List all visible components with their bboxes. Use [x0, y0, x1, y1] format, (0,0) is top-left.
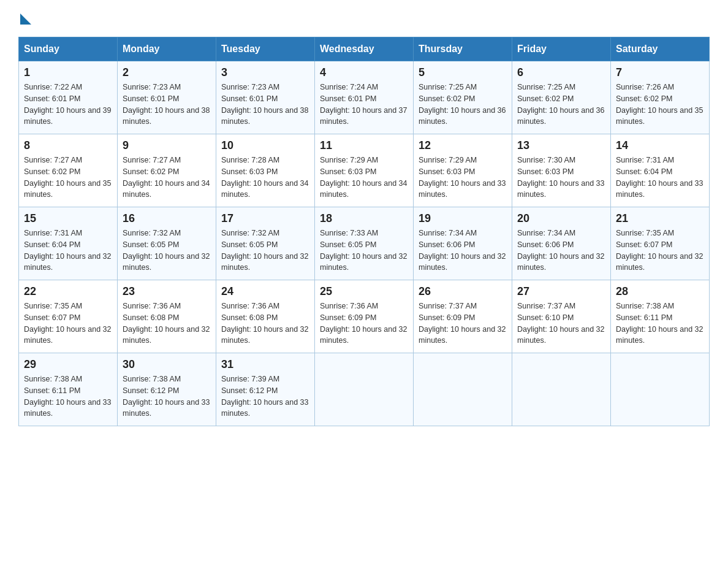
day-info: Sunrise: 7:25 AMSunset: 6:02 PMDaylight:… — [419, 82, 507, 128]
calendar-header-saturday: Saturday — [611, 37, 710, 61]
day-info: Sunrise: 7:22 AMSunset: 6:01 PMDaylight:… — [24, 82, 112, 128]
day-info: Sunrise: 7:34 AMSunset: 6:06 PMDaylight:… — [419, 228, 507, 274]
day-number: 5 — [419, 66, 507, 79]
calendar-cell: 31Sunrise: 7:39 AMSunset: 6:12 PMDayligh… — [216, 353, 315, 426]
day-info: Sunrise: 7:26 AMSunset: 6:02 PMDaylight:… — [616, 82, 704, 128]
calendar-cell: 26Sunrise: 7:37 AMSunset: 6:09 PMDayligh… — [414, 280, 512, 353]
day-info: Sunrise: 7:32 AMSunset: 6:05 PMDaylight:… — [123, 228, 211, 274]
calendar-week-row: 22Sunrise: 7:35 AMSunset: 6:07 PMDayligh… — [19, 280, 710, 353]
calendar-cell: 2Sunrise: 7:23 AMSunset: 6:01 PMDaylight… — [118, 61, 216, 134]
day-number: 22 — [24, 285, 112, 298]
calendar-header-monday: Monday — [118, 37, 216, 61]
calendar-week-row: 8Sunrise: 7:27 AMSunset: 6:02 PMDaylight… — [19, 134, 710, 207]
day-number: 7 — [616, 66, 704, 79]
day-info: Sunrise: 7:35 AMSunset: 6:07 PMDaylight:… — [24, 301, 112, 347]
day-number: 21 — [616, 212, 704, 225]
day-info: Sunrise: 7:38 AMSunset: 6:11 PMDaylight:… — [24, 373, 112, 419]
day-info: Sunrise: 7:29 AMSunset: 6:03 PMDaylight:… — [320, 155, 408, 201]
calendar-header-sunday: Sunday — [19, 37, 118, 61]
calendar-cell: 22Sunrise: 7:35 AMSunset: 6:07 PMDayligh… — [19, 280, 118, 353]
calendar-cell: 28Sunrise: 7:38 AMSunset: 6:11 PMDayligh… — [611, 280, 710, 353]
calendar-cell — [315, 353, 414, 426]
day-info: Sunrise: 7:36 AMSunset: 6:08 PMDaylight:… — [123, 301, 211, 347]
day-info: Sunrise: 7:39 AMSunset: 6:12 PMDaylight:… — [221, 373, 309, 419]
day-number: 26 — [419, 285, 507, 298]
day-number: 28 — [616, 285, 704, 298]
calendar-cell: 29Sunrise: 7:38 AMSunset: 6:11 PMDayligh… — [19, 353, 118, 426]
day-number: 18 — [320, 212, 408, 225]
calendar-week-row: 29Sunrise: 7:38 AMSunset: 6:11 PMDayligh… — [19, 353, 710, 426]
day-info: Sunrise: 7:38 AMSunset: 6:11 PMDaylight:… — [616, 301, 704, 347]
day-number: 8 — [24, 139, 112, 152]
day-number: 19 — [419, 212, 507, 225]
calendar-cell: 6Sunrise: 7:25 AMSunset: 6:02 PMDaylight… — [512, 61, 611, 134]
day-number: 4 — [320, 66, 408, 79]
calendar-cell: 7Sunrise: 7:26 AMSunset: 6:02 PMDaylight… — [611, 61, 710, 134]
calendar-cell: 10Sunrise: 7:28 AMSunset: 6:03 PMDayligh… — [216, 134, 315, 207]
calendar-cell: 9Sunrise: 7:27 AMSunset: 6:02 PMDaylight… — [118, 134, 216, 207]
page-header — [18, 12, 710, 25]
calendar-cell — [512, 353, 611, 426]
calendar-cell: 15Sunrise: 7:31 AMSunset: 6:04 PMDayligh… — [19, 207, 118, 280]
day-info: Sunrise: 7:32 AMSunset: 6:05 PMDaylight:… — [221, 228, 309, 274]
calendar-cell: 27Sunrise: 7:37 AMSunset: 6:10 PMDayligh… — [512, 280, 611, 353]
day-info: Sunrise: 7:35 AMSunset: 6:07 PMDaylight:… — [616, 228, 704, 274]
calendar-header-friday: Friday — [512, 37, 611, 61]
calendar-cell: 30Sunrise: 7:38 AMSunset: 6:12 PMDayligh… — [118, 353, 216, 426]
calendar-cell: 11Sunrise: 7:29 AMSunset: 6:03 PMDayligh… — [315, 134, 414, 207]
day-number: 15 — [24, 212, 112, 225]
day-number: 9 — [123, 139, 211, 152]
calendar-header-tuesday: Tuesday — [216, 37, 315, 61]
day-info: Sunrise: 7:29 AMSunset: 6:03 PMDaylight:… — [419, 155, 507, 201]
day-number: 23 — [123, 285, 211, 298]
day-info: Sunrise: 7:24 AMSunset: 6:01 PMDaylight:… — [320, 82, 408, 128]
day-number: 12 — [419, 139, 507, 152]
day-info: Sunrise: 7:36 AMSunset: 6:09 PMDaylight:… — [320, 301, 408, 347]
day-info: Sunrise: 7:33 AMSunset: 6:05 PMDaylight:… — [320, 228, 408, 274]
calendar-cell: 16Sunrise: 7:32 AMSunset: 6:05 PMDayligh… — [118, 207, 216, 280]
calendar-cell — [414, 353, 512, 426]
day-info: Sunrise: 7:37 AMSunset: 6:10 PMDaylight:… — [517, 301, 605, 347]
calendar-cell: 12Sunrise: 7:29 AMSunset: 6:03 PMDayligh… — [414, 134, 512, 207]
day-number: 29 — [24, 358, 112, 371]
day-number: 24 — [221, 285, 309, 298]
day-number: 17 — [221, 212, 309, 225]
calendar-week-row: 15Sunrise: 7:31 AMSunset: 6:04 PMDayligh… — [19, 207, 710, 280]
day-number: 16 — [123, 212, 211, 225]
calendar-cell: 3Sunrise: 7:23 AMSunset: 6:01 PMDaylight… — [216, 61, 315, 134]
day-info: Sunrise: 7:37 AMSunset: 6:09 PMDaylight:… — [419, 301, 507, 347]
day-info: Sunrise: 7:31 AMSunset: 6:04 PMDaylight:… — [616, 155, 704, 201]
day-number: 14 — [616, 139, 704, 152]
day-info: Sunrise: 7:27 AMSunset: 6:02 PMDaylight:… — [123, 155, 211, 201]
calendar-cell: 18Sunrise: 7:33 AMSunset: 6:05 PMDayligh… — [315, 207, 414, 280]
calendar-cell: 1Sunrise: 7:22 AMSunset: 6:01 PMDaylight… — [19, 61, 118, 134]
day-info: Sunrise: 7:23 AMSunset: 6:01 PMDaylight:… — [123, 82, 211, 128]
calendar-week-row: 1Sunrise: 7:22 AMSunset: 6:01 PMDaylight… — [19, 61, 710, 134]
day-number: 13 — [517, 139, 605, 152]
day-info: Sunrise: 7:27 AMSunset: 6:02 PMDaylight:… — [24, 155, 112, 201]
day-number: 11 — [320, 139, 408, 152]
calendar-header-wednesday: Wednesday — [315, 37, 414, 61]
day-info: Sunrise: 7:36 AMSunset: 6:08 PMDaylight:… — [221, 301, 309, 347]
day-info: Sunrise: 7:31 AMSunset: 6:04 PMDaylight:… — [24, 228, 112, 274]
calendar-cell: 14Sunrise: 7:31 AMSunset: 6:04 PMDayligh… — [611, 134, 710, 207]
day-info: Sunrise: 7:25 AMSunset: 6:02 PMDaylight:… — [517, 82, 605, 128]
day-number: 27 — [517, 285, 605, 298]
calendar-cell: 24Sunrise: 7:36 AMSunset: 6:08 PMDayligh… — [216, 280, 315, 353]
calendar-cell: 5Sunrise: 7:25 AMSunset: 6:02 PMDaylight… — [414, 61, 512, 134]
day-number: 1 — [24, 66, 112, 79]
day-info: Sunrise: 7:34 AMSunset: 6:06 PMDaylight:… — [517, 228, 605, 274]
calendar-cell: 17Sunrise: 7:32 AMSunset: 6:05 PMDayligh… — [216, 207, 315, 280]
day-number: 2 — [123, 66, 211, 79]
calendar-cell: 23Sunrise: 7:36 AMSunset: 6:08 PMDayligh… — [118, 280, 216, 353]
day-number: 25 — [320, 285, 408, 298]
calendar-cell: 21Sunrise: 7:35 AMSunset: 6:07 PMDayligh… — [611, 207, 710, 280]
logo-arrow-icon — [20, 13, 31, 25]
logo — [18, 12, 31, 25]
calendar-cell: 25Sunrise: 7:36 AMSunset: 6:09 PMDayligh… — [315, 280, 414, 353]
day-number: 31 — [221, 358, 309, 371]
day-info: Sunrise: 7:38 AMSunset: 6:12 PMDaylight:… — [123, 373, 211, 419]
day-number: 6 — [517, 66, 605, 79]
day-number: 10 — [221, 139, 309, 152]
calendar-header-thursday: Thursday — [414, 37, 512, 61]
